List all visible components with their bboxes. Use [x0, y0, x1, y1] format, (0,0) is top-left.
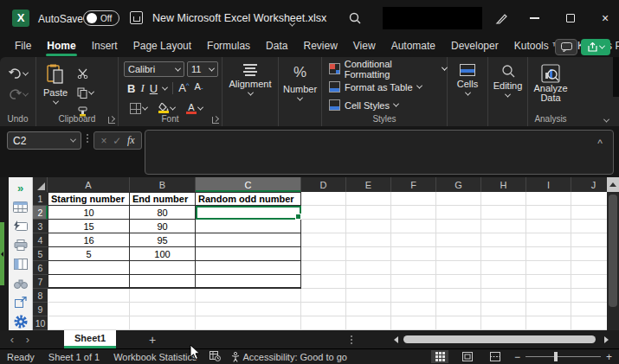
font-dialog-launcher[interactable]	[212, 117, 219, 124]
row-header-6[interactable]: 6	[33, 261, 48, 275]
cell-A5[interactable]: 5	[48, 247, 130, 261]
tab-home[interactable]: Home	[39, 36, 83, 57]
format-as-table-button[interactable]: Format as Table	[322, 78, 447, 96]
column-header-I[interactable]: I	[526, 177, 571, 192]
cell-B10[interactable]	[130, 316, 196, 330]
vertical-scroll-thumb[interactable]	[609, 195, 617, 307]
comments-button[interactable]	[555, 39, 577, 55]
insert-function-icon[interactable]: fx	[127, 134, 135, 147]
formula-input[interactable]: ^	[145, 130, 614, 175]
settings-gear-icon[interactable]	[11, 314, 30, 329]
cell-I4[interactable]	[526, 233, 571, 247]
column-header-E[interactable]: E	[346, 177, 391, 192]
cell-F2[interactable]	[391, 206, 436, 220]
column-header-B[interactable]: B	[130, 177, 196, 192]
row-header-2[interactable]: 2	[33, 206, 48, 220]
tab-page-layout[interactable]: Page Layout	[126, 36, 199, 57]
scroll-right-arrow[interactable]	[604, 336, 609, 343]
cell-H6[interactable]	[481, 261, 526, 275]
cell-B8[interactable]	[130, 289, 196, 303]
normal-view-button[interactable]	[431, 350, 448, 363]
cell-G9[interactable]	[436, 303, 481, 316]
cell-D9[interactable]	[301, 303, 346, 316]
column-header-F[interactable]: F	[391, 177, 436, 192]
name-box[interactable]: C2	[7, 131, 81, 150]
excel-app-icon[interactable]: X	[12, 10, 29, 27]
tab-scroll-handle[interactable]	[351, 335, 352, 344]
cell-A3[interactable]: 15	[48, 220, 130, 233]
accessibility-status[interactable]: Accessibility: Good to go	[231, 352, 347, 362]
cancel-icon[interactable]: ×	[100, 135, 106, 147]
tab-file[interactable]: File	[7, 36, 39, 57]
cell-I6[interactable]	[526, 261, 571, 275]
column-header-C[interactable]: C	[196, 177, 301, 192]
expand-pane-button[interactable]: »	[11, 181, 30, 195]
vertical-scrollbar[interactable]	[607, 177, 619, 330]
workbook-sheet-icon[interactable]	[11, 200, 30, 214]
cell-H1[interactable]	[481, 192, 526, 206]
undo-button[interactable]	[6, 66, 30, 81]
cut-button[interactable]	[74, 66, 96, 81]
new-sheet-button[interactable]: +	[149, 333, 156, 347]
cell-G3[interactable]	[436, 220, 481, 233]
cell-D3[interactable]	[301, 220, 346, 233]
cell-D8[interactable]	[301, 289, 346, 303]
workbook-stats-icon[interactable]	[210, 351, 221, 363]
cell-H8[interactable]	[481, 289, 526, 303]
redo-button[interactable]	[6, 86, 30, 102]
cell-F5[interactable]	[391, 247, 436, 261]
cell-F6[interactable]	[391, 261, 436, 275]
cell-G1[interactable]	[436, 192, 481, 206]
cell-H10[interactable]	[481, 316, 526, 330]
cell-C10[interactable]	[196, 316, 301, 330]
autosave-toggle[interactable]: Off	[83, 10, 119, 26]
cell-C2[interactable]	[196, 206, 301, 220]
zoom-slider[interactable]	[526, 356, 601, 357]
cell-E8[interactable]	[346, 289, 391, 303]
collapse-ribbon-button[interactable]	[603, 117, 609, 123]
collapse-formula-bar-icon[interactable]: ^	[597, 137, 603, 150]
cells-button[interactable]: Cells	[448, 57, 487, 126]
cell-H7[interactable]	[481, 275, 526, 289]
tab-automate[interactable]: Automate	[384, 36, 443, 57]
cell-A8[interactable]	[48, 289, 130, 303]
workbook-statistics-button[interactable]: Workbook Statistics	[113, 352, 197, 362]
cell-F7[interactable]	[391, 275, 436, 289]
conditional-formatting-button[interactable]: Conditional Formatting	[322, 60, 447, 78]
row-header-10[interactable]: 10	[33, 316, 48, 330]
tab-review[interactable]: Review	[295, 36, 345, 57]
row-header-5[interactable]: 5	[33, 247, 48, 261]
cell-A1[interactable]: Starting number	[48, 192, 130, 206]
cell-C4[interactable]	[196, 233, 301, 247]
cell-D10[interactable]	[301, 316, 346, 330]
row-header-1[interactable]: 1	[33, 192, 48, 206]
row-header-3[interactable]: 3	[33, 220, 48, 233]
open-external-icon[interactable]	[11, 295, 30, 310]
cell-D6[interactable]	[301, 261, 346, 275]
cell-B9[interactable]	[130, 303, 196, 316]
cell-D7[interactable]	[301, 275, 346, 289]
cell-A7[interactable]	[48, 275, 130, 289]
row-header-9[interactable]: 9	[33, 303, 48, 316]
tab-formulas[interactable]: Formulas	[199, 36, 258, 57]
cell-D2[interactable]	[301, 206, 346, 220]
cell-E2[interactable]	[346, 206, 391, 220]
save-icon[interactable]	[130, 11, 143, 24]
cell-I8[interactable]	[526, 289, 571, 303]
share-button[interactable]	[581, 39, 610, 55]
editing-button[interactable]: Editing	[488, 57, 527, 126]
cell-F4[interactable]	[391, 233, 436, 247]
row-header-4[interactable]: 4	[33, 233, 48, 247]
cell-E5[interactable]	[346, 247, 391, 261]
decrease-font-button[interactable]: Aˇ	[195, 81, 203, 94]
cell-C5[interactable]	[196, 247, 301, 261]
cell-B3[interactable]: 90	[130, 220, 196, 233]
cell-I3[interactable]	[526, 220, 571, 233]
zoom-in-button[interactable]: +	[606, 351, 612, 363]
cell-I1[interactable]	[526, 192, 571, 206]
cell-C7[interactable]	[196, 275, 301, 289]
cell-A6[interactable]	[48, 261, 130, 275]
enter-icon[interactable]: ✓	[113, 135, 121, 147]
sheet-tab-active[interactable]: Sheet1	[64, 330, 116, 348]
font-family-select[interactable]: Calibri	[124, 61, 184, 77]
